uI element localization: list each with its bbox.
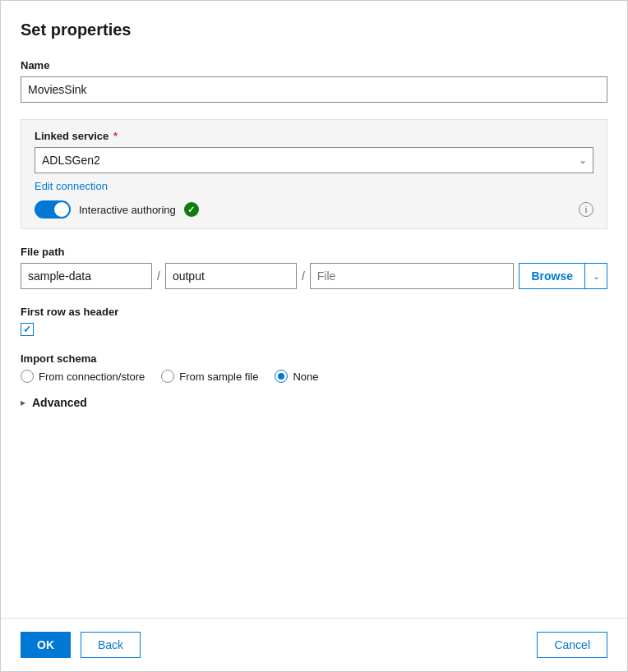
browse-button[interactable]: Browse [519, 263, 584, 289]
radio-label-from-sample: From sample file [179, 371, 258, 383]
interactive-authoring-label: Interactive authoring [79, 204, 176, 216]
radio-btn-from-connection[interactable] [21, 370, 34, 383]
interactive-authoring-row: Interactive authoring i [35, 200, 593, 219]
toggle-knob [54, 202, 69, 217]
radio-from-connection[interactable]: From connection/store [21, 370, 145, 383]
linked-service-select-wrapper: ADLSGen2 ⌄ [35, 147, 593, 173]
advanced-chevron-icon: ▸ [21, 397, 25, 408]
dialog-footer: OK Back Cancel [1, 618, 627, 671]
file-path-part3-input[interactable] [310, 263, 515, 289]
name-label: Name [21, 59, 607, 71]
interactive-authoring-toggle[interactable] [35, 200, 71, 219]
advanced-section[interactable]: ▸ Advanced [21, 396, 607, 409]
advanced-label: Advanced [32, 396, 87, 409]
browse-chevron-button[interactable]: ⌄ [584, 263, 607, 289]
back-button[interactable]: Back [81, 632, 141, 658]
dialog-title: Set properties [21, 21, 607, 39]
edit-connection-link[interactable]: Edit connection [35, 180, 108, 192]
radio-none[interactable]: None [275, 370, 318, 383]
linked-service-label: Linked service * [35, 130, 593, 142]
path-separator-2: / [302, 269, 305, 283]
file-path-row: / / Browse ⌄ [21, 263, 607, 289]
radio-label-from-connection: From connection/store [39, 371, 145, 383]
cancel-button[interactable]: Cancel [537, 632, 607, 658]
browse-chevron-down-icon: ⌄ [593, 271, 600, 282]
name-input[interactable] [21, 76, 607, 103]
file-path-label: File path [21, 246, 607, 258]
first-row-header-section: First row as header [21, 306, 607, 336]
file-path-part2-input[interactable] [165, 263, 297, 289]
ok-button[interactable]: OK [21, 632, 71, 658]
first-row-header-label: First row as header [21, 306, 607, 318]
name-section: Name [21, 59, 607, 103]
linked-service-section: Linked service * ADLSGen2 ⌄ Edit connect… [21, 119, 607, 229]
file-path-part1-input[interactable] [21, 263, 152, 289]
import-schema-section: Import schema From connection/store From… [21, 352, 607, 383]
linked-service-select[interactable]: ADLSGen2 [35, 147, 593, 173]
radio-from-sample[interactable]: From sample file [161, 370, 258, 383]
file-path-section: File path / / Browse ⌄ [21, 246, 607, 289]
import-schema-radio-group: From connection/store From sample file N… [21, 370, 607, 383]
set-properties-dialog: Set properties Name Linked service * ADL… [0, 0, 628, 672]
radio-label-none: None [293, 371, 318, 383]
browse-btn-group: Browse ⌄ [519, 263, 607, 289]
first-row-header-checkbox[interactable] [21, 323, 34, 336]
radio-btn-from-sample[interactable] [161, 370, 174, 383]
authoring-check-icon [184, 202, 199, 217]
first-row-header-checkbox-row [21, 323, 607, 336]
info-icon[interactable]: i [579, 202, 593, 217]
radio-btn-none[interactable] [275, 370, 288, 383]
import-schema-label: Import schema [21, 352, 607, 365]
path-separator-1: / [157, 269, 160, 283]
required-star: * [110, 130, 118, 142]
